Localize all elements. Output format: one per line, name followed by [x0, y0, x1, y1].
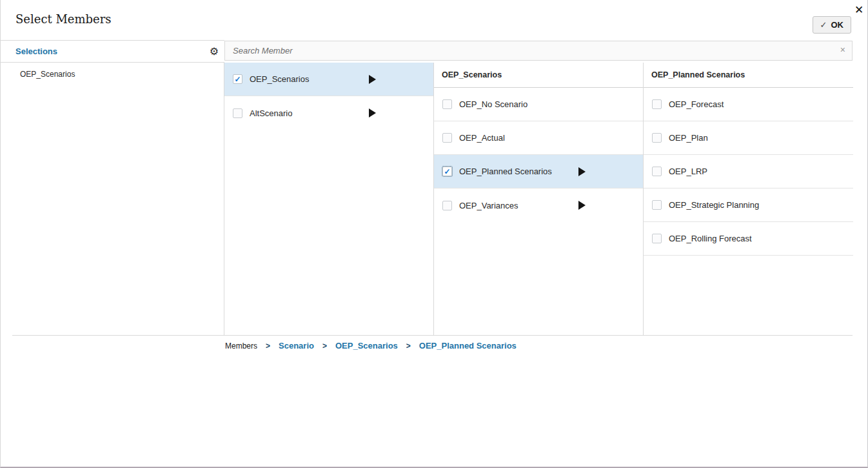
chevron-right-icon: >: [406, 341, 411, 351]
expand-arrow-icon[interactable]: [578, 167, 586, 176]
member-label: OEP_Variances: [459, 201, 518, 210]
member-label: OEP_No Scenario: [459, 99, 528, 109]
search-input[interactable]: [225, 41, 852, 60]
select-members-dialog: Select Members ✕ ✓ OK Selections ⚙ × OEP…: [0, 0, 868, 468]
content-divider: [12, 335, 853, 336]
checkbox-checked[interactable]: ✓: [442, 167, 452, 176]
member-label: OEP_Actual: [459, 133, 505, 143]
checkbox[interactable]: [652, 133, 662, 143]
member-label: OEP_Plan: [669, 133, 708, 143]
breadcrumb: Members>Scenario>OEP_Scenarios>OEP_Plann…: [225, 341, 517, 351]
close-icon[interactable]: ✕: [852, 3, 866, 17]
member-row[interactable]: OEP_No Scenario: [434, 88, 643, 121]
member-row[interactable]: OEP_LRP: [644, 155, 853, 188]
member-label: OEP_Strategic Planning: [669, 200, 759, 210]
member-row[interactable]: OEP_Actual: [434, 121, 643, 155]
member-row[interactable]: OEP_Variances: [434, 188, 643, 222]
member-label: OEP_Rolling Forecast: [669, 234, 752, 243]
member-row[interactable]: AltScenario: [224, 96, 433, 130]
member-row[interactable]: ✓OEP_Planned Scenarios: [434, 155, 643, 188]
checkbox[interactable]: [442, 201, 452, 210]
checkbox[interactable]: [233, 108, 242, 118]
member-label: OEP_LRP: [669, 167, 707, 176]
column-header: OEP_Scenarios: [434, 63, 643, 88]
checkbox[interactable]: [442, 99, 452, 109]
selections-title: Selections: [15, 46, 57, 56]
chevron-right-icon: >: [322, 341, 327, 351]
checkbox[interactable]: [652, 99, 662, 109]
member-column: ✓OEP_ScenariosAltScenario: [224, 63, 434, 335]
breadcrumb-link[interactable]: OEP_Scenarios: [335, 341, 398, 351]
member-row[interactable]: OEP_Rolling Forecast: [644, 222, 853, 256]
member-label: AltScenario: [250, 108, 292, 118]
checkbox[interactable]: [652, 234, 662, 243]
member-row[interactable]: ✓OEP_Scenarios: [224, 63, 433, 96]
clear-search-icon[interactable]: ×: [840, 45, 845, 54]
page-title: Select Members: [15, 12, 112, 26]
breadcrumb-link[interactable]: OEP_Planned Scenarios: [419, 341, 517, 351]
selections-panel: OEP_Scenarios: [1, 63, 224, 335]
selection-item[interactable]: OEP_Scenarios: [1, 70, 224, 79]
breadcrumb-root[interactable]: Members: [225, 341, 257, 351]
member-label: OEP_Forecast: [669, 99, 724, 109]
ok-button[interactable]: ✓ OK: [813, 16, 851, 34]
checkbox[interactable]: [442, 133, 452, 143]
toolbar: Selections ⚙ ×: [1, 40, 853, 63]
checkbox-checked[interactable]: ✓: [233, 74, 242, 84]
selections-header: Selections ⚙: [1, 40, 224, 63]
member-row[interactable]: OEP_Forecast: [644, 88, 853, 121]
member-row[interactable]: OEP_Plan: [644, 121, 853, 155]
column-header: OEP_Planned Scenarios: [644, 63, 853, 88]
search-box: ×: [224, 41, 853, 61]
member-column: OEP_ScenariosOEP_No ScenarioOEP_Actual✓O…: [434, 63, 644, 335]
member-label: OEP_Planned Scenarios: [459, 167, 552, 176]
checkbox[interactable]: [652, 200, 662, 210]
member-columns: ✓OEP_ScenariosAltScenarioOEP_ScenariosOE…: [224, 63, 853, 335]
expand-arrow-icon[interactable]: [369, 108, 376, 117]
gear-icon[interactable]: ⚙: [210, 46, 219, 57]
expand-arrow-icon[interactable]: [369, 75, 376, 84]
chevron-right-icon: >: [266, 341, 270, 351]
check-icon: ✓: [820, 20, 827, 30]
member-column: OEP_Planned ScenariosOEP_ForecastOEP_Pla…: [644, 63, 853, 335]
member-label: OEP_Scenarios: [250, 74, 310, 84]
member-row[interactable]: OEP_Strategic Planning: [644, 188, 853, 222]
member-selector-content: OEP_Scenarios ✓OEP_ScenariosAltScenarioO…: [1, 63, 853, 335]
ok-button-label: OK: [831, 20, 844, 30]
checkbox[interactable]: [652, 167, 662, 176]
breadcrumb-link[interactable]: Scenario: [279, 341, 314, 351]
expand-arrow-icon[interactable]: [578, 201, 586, 210]
